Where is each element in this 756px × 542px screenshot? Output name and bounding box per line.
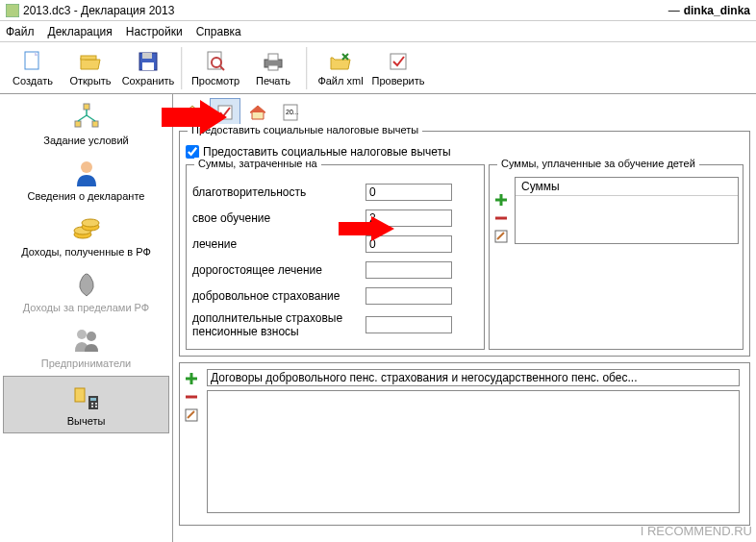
doc-icon: 20... xyxy=(281,103,300,122)
children-edu-title: Суммы, уплаченные за обучение детей xyxy=(497,158,699,169)
minimize-button[interactable]: — xyxy=(665,4,684,17)
edit-contract-button[interactable] xyxy=(184,407,199,423)
check-button[interactable]: Проверить xyxy=(369,44,427,92)
sidebar-item-income-abroad[interactable]: Доходы за пределами РФ xyxy=(0,263,172,319)
app-icon xyxy=(6,4,19,17)
svg-rect-28 xyxy=(90,398,96,401)
plus-icon xyxy=(494,193,508,207)
menubar: Файл Декларация Настройки Справка xyxy=(0,21,756,42)
sidebar-item-income-rf[interactable]: Доходы, полученные в РФ xyxy=(0,208,172,263)
group-children-edu: Суммы, уплаченные за обучение детей xyxy=(489,164,743,350)
input-charity[interactable] xyxy=(365,184,452,201)
input-voluntary-ins[interactable] xyxy=(365,287,452,305)
input-own-edu[interactable] xyxy=(365,209,452,227)
sidebar-item-declarant[interactable]: Сведения о декларанте xyxy=(0,152,172,208)
window-title: 2013.dc3 - Декларация 2013 xyxy=(23,4,665,17)
sidebar: Задание условий Сведения о декларанте До… xyxy=(0,94,173,542)
mini-btn-house2[interactable] xyxy=(242,98,273,127)
menu-file[interactable]: Файл xyxy=(6,25,35,38)
svg-rect-15 xyxy=(391,54,406,69)
svg-rect-8 xyxy=(142,62,154,70)
group-title: Предоставить социальные налоговые вычеты xyxy=(188,124,422,136)
check-icon xyxy=(387,50,410,73)
label-voluntary-ins: добровольное страхование xyxy=(192,289,365,303)
minus-icon xyxy=(185,390,198,404)
house-color-icon xyxy=(248,103,267,122)
edit-button[interactable] xyxy=(493,229,509,244)
svg-rect-13 xyxy=(268,54,278,61)
label-own-edu: свое обучение xyxy=(192,211,365,225)
open-button[interactable]: Открыть xyxy=(62,44,119,92)
menu-help[interactable]: Справка xyxy=(196,25,241,38)
svg-point-23 xyxy=(82,219,99,227)
coins-icon xyxy=(71,213,102,244)
folder-open-icon xyxy=(79,50,102,73)
svg-point-29 xyxy=(91,403,93,405)
provide-checkbox[interactable] xyxy=(186,145,199,159)
contracts-title-input[interactable] xyxy=(207,369,740,386)
menu-declaration[interactable]: Декларация xyxy=(48,25,113,38)
main-toolbar: Создать Открыть Сохранить Просмотр Печат… xyxy=(0,42,756,94)
sidebar-item-entrepreneurs[interactable]: Предприниматели xyxy=(0,319,172,375)
svg-rect-17 xyxy=(75,121,81,127)
label-charity: благотворительность xyxy=(192,185,365,199)
remove-button[interactable] xyxy=(493,210,509,226)
svg-point-25 xyxy=(87,332,96,341)
save-button[interactable]: Сохранить xyxy=(119,44,177,92)
svg-text:20...: 20... xyxy=(286,109,299,115)
provide-checkbox-label: Предоставить социальные налоговые вычеты xyxy=(203,145,451,159)
file-xml-button[interactable]: Файл xml xyxy=(312,44,369,92)
sums-spent-title: Суммы, затраченные на xyxy=(194,158,321,169)
print-button[interactable]: Печать xyxy=(244,44,302,92)
edit-icon xyxy=(185,408,198,422)
svg-marker-36 xyxy=(250,106,265,112)
sidebar-item-conditions[interactable]: Задание условий xyxy=(0,96,172,152)
house-icon xyxy=(183,103,202,122)
watermark: I RECOMMEND.RU xyxy=(641,524,752,538)
checklist-icon xyxy=(215,103,235,122)
mini-btn-house1[interactable] xyxy=(177,98,208,127)
input-additional-ins[interactable] xyxy=(365,316,452,333)
svg-point-30 xyxy=(95,403,97,405)
svg-rect-18 xyxy=(92,121,98,127)
svg-rect-7 xyxy=(142,53,152,59)
mini-btn-year[interactable]: 20... xyxy=(275,98,306,127)
edit-icon xyxy=(494,230,508,243)
content-area: 20... Предоставить социальные налоговые … xyxy=(173,94,756,542)
svg-rect-14 xyxy=(268,65,278,70)
menu-settings[interactable]: Настройки xyxy=(126,25,183,38)
svg-point-24 xyxy=(77,330,87,339)
plus-icon xyxy=(185,372,198,385)
preview-icon xyxy=(204,50,227,73)
minus-icon xyxy=(494,211,508,225)
svg-point-32 xyxy=(95,406,97,407)
svg-point-19 xyxy=(81,161,92,173)
sidebar-item-deductions[interactable]: Вычеты xyxy=(3,376,169,433)
floppy-icon xyxy=(137,50,160,73)
titlebar: 2013.dc3 - Декларация 2013 — dinka_dinka xyxy=(0,0,756,21)
children-list[interactable]: Суммы xyxy=(515,177,739,244)
label-additional-ins: дополнительные страховые пенсионные взно… xyxy=(192,311,365,338)
svg-marker-33 xyxy=(185,106,200,119)
mini-btn-checklist[interactable] xyxy=(210,98,240,127)
svg-rect-16 xyxy=(84,104,89,110)
person-icon xyxy=(71,158,102,188)
group-sums-spent: Суммы, затраченные на благотворительност… xyxy=(186,164,485,350)
deductions-icon xyxy=(71,382,102,413)
contracts-list[interactable] xyxy=(207,390,740,513)
add-button[interactable] xyxy=(493,192,509,208)
people-icon xyxy=(71,325,102,356)
svg-rect-26 xyxy=(75,388,85,402)
svg-rect-2 xyxy=(6,4,19,17)
remove-contract-button[interactable] xyxy=(184,389,199,405)
add-contract-button[interactable] xyxy=(184,371,199,386)
new-file-icon xyxy=(21,50,44,73)
label-expensive-treatment: дорогостоящее лечение xyxy=(192,263,365,277)
create-button[interactable]: Создать xyxy=(4,44,62,92)
preview-button[interactable]: Просмотр xyxy=(187,44,244,92)
group-provide-deductions: Предоставить социальные налоговые вычеты… xyxy=(179,131,750,357)
input-expensive-treatment[interactable] xyxy=(365,261,452,279)
tree-icon xyxy=(71,102,102,133)
input-treatment[interactable] xyxy=(365,235,452,253)
xml-icon xyxy=(329,50,352,73)
